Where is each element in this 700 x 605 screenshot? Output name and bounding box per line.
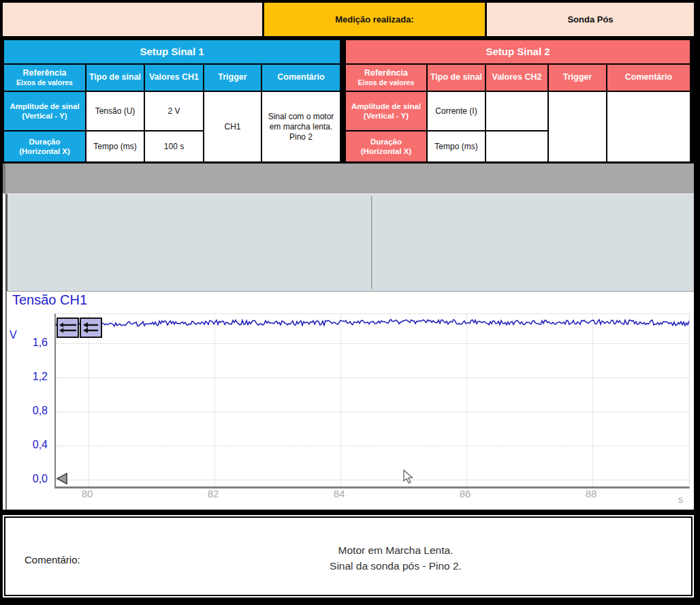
setup1-row-amplitude-sub: (Vertical - Y) (22, 111, 67, 121)
gray-separator-band (3, 164, 694, 193)
setup2-type-amplitude: Corrente (I) (428, 92, 485, 130)
setup1-row-duration-main: Duração (29, 137, 60, 146)
oscilloscope-chart-panel: Tensão CH1 V 1,6 1,2 0,8 0,4 0,0 80 82 8… (5, 291, 694, 510)
y-tick-0.4: 0,4 (12, 439, 48, 451)
comment-box: Comentário: Motor em Marcha Lenta. Sinal… (4, 516, 693, 596)
comment-label: Comentário: (25, 554, 80, 565)
setup1-value-amplitude: 2 V (145, 92, 203, 130)
setup1-type-duration: Tempo (ms) (86, 131, 144, 161)
setup2-col-trigger: Trigger (549, 65, 606, 91)
setup2-row-amplitude-sub: (Vertical - Y) (364, 111, 409, 121)
setup2-col-reference-sub: Eixos de valores (358, 78, 415, 87)
x-axis-unit-label: s (678, 494, 683, 505)
setup2-type-duration: Tempo (ms) (428, 131, 485, 161)
y-tick-1.6: 1,6 (12, 337, 48, 349)
plot-area[interactable] (54, 313, 690, 488)
setup1-trigger-value: CH1 (204, 92, 261, 161)
y-tick-0.8: 0,8 (12, 405, 48, 417)
setup2-row-duration-header: Duração (Horizontal X) (346, 131, 426, 161)
frame-left (0, 0, 3, 605)
frame-bottom (0, 598, 700, 605)
y-tick-1.2: 1,2 (12, 371, 48, 383)
setup2-col-type: Tipo de sinal (428, 65, 485, 91)
chart-bottom-separator (0, 510, 700, 515)
setup1-comment-value: Sinal com o motor em marcha lenta. Pino … (262, 92, 340, 161)
setup2-comment-value (607, 92, 690, 161)
report-window: Medição realizada: Sonda Pós Setup Sinal… (0, 0, 700, 605)
setup1-row-duration-sub: (Horizontal X) (19, 146, 70, 156)
banner-empty-cell (3, 3, 262, 36)
setup2-row-amplitude-header: Amplitude de sinal (Vertical - Y) (346, 92, 426, 130)
setup2-col-comment: Comentário (607, 65, 690, 91)
move-cursors-left-button[interactable] (80, 317, 102, 338)
setup2-row-duration-sub: (Horizontal X) (361, 146, 412, 156)
setup2-value-duration (486, 131, 547, 161)
measurement-performed-value: Sonda Pós (487, 3, 694, 36)
setup1-col-comment: Comentário (262, 65, 340, 91)
setup-signal-1-table: Setup Sinal 1 Referência Eixos de valore… (4, 40, 343, 160)
comment-text: Motor em Marcha Lenta. Sinal da sonda pó… (205, 542, 586, 574)
x-tick-82: 82 (193, 488, 234, 499)
setup2-title: Setup Sinal 2 (346, 40, 690, 63)
setup1-row-duration-header: Duração (Horizontal X) (4, 131, 85, 161)
setup1-col-reference-main: Referência (23, 68, 67, 79)
setup2-value-amplitude (486, 92, 547, 130)
setup1-row-amplitude-main: Amplitude de sinal (10, 102, 79, 111)
setup1-col-type: Tipo de sinal (86, 65, 144, 91)
setup1-col-reference: Referência Eixos de valores (4, 65, 85, 91)
setup1-col-trigger: Trigger (204, 65, 261, 91)
frame-right (694, 0, 700, 605)
setup1-row-amplitude-header: Amplitude de sinal (Vertical - Y) (4, 92, 85, 130)
x-tick-88: 88 (571, 488, 611, 499)
measurements-panel: Tensão CH1 máx 1,87 V Tensão CH1 mín 1,8… (5, 193, 694, 291)
x-tick-86: 86 (445, 488, 486, 499)
x-tick-84: 84 (319, 488, 360, 499)
horizontal-cursors-button[interactable] (57, 317, 79, 338)
y-tick-0.0: 0,0 (12, 473, 48, 485)
ch1-waveform (56, 314, 689, 486)
setup1-title: Setup Sinal 1 (4, 40, 340, 63)
setup2-col-values: Valores CH2 (486, 65, 547, 91)
horizontal-cursors-icon (59, 320, 77, 336)
setup1-col-values: Valores CH1 (145, 65, 203, 91)
setup1-type-amplitude: Tensão (U) (86, 92, 144, 130)
setup2-col-reference: Referência Eixos de valores (346, 65, 426, 91)
setup2-row-amplitude-main: Amplitude de sinal (351, 102, 421, 111)
move-cursors-left-icon (82, 320, 100, 336)
setup2-trigger-value (549, 92, 606, 161)
comment-line-2: Sinal da sonda pós - Pino 2. (205, 558, 586, 574)
x-tick-80: 80 (67, 488, 108, 499)
setup1-value-duration: 100 s (145, 131, 203, 161)
panel-divider (371, 196, 373, 289)
setup2-row-duration-main: Duração (370, 137, 402, 146)
chart-title: Tensão CH1 (12, 292, 87, 308)
measurement-performed-label: Medição realizada: (264, 3, 485, 36)
mouse-cursor-icon (403, 469, 414, 484)
setup-signal-2-table: Setup Sinal 2 Referência Eixos de valore… (346, 40, 693, 160)
ground-level-marker-icon[interactable] (56, 473, 68, 485)
setup2-col-reference-main: Referência (364, 68, 408, 79)
setup1-col-reference-sub: Eixos de valores (16, 78, 73, 87)
comment-line-1: Motor em Marcha Lenta. (205, 542, 586, 558)
